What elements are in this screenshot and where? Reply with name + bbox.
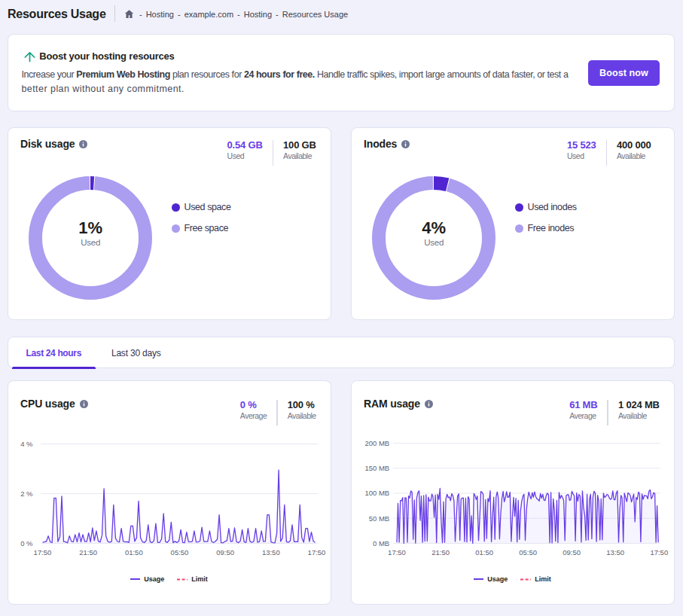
svg-text:100 MB: 100 MB [364, 489, 389, 497]
svg-text:01:50: 01:50 [475, 548, 493, 557]
svg-text:17:50: 17:50 [388, 548, 406, 557]
svg-text:50 MB: 50 MB [368, 514, 389, 523]
svg-text:13:50: 13:50 [606, 548, 624, 557]
svg-text:09:50: 09:50 [216, 548, 234, 557]
svg-text:0 %: 0 % [20, 539, 33, 547]
svg-text:150 MB: 150 MB [364, 464, 389, 472]
svg-text:0 MB: 0 MB [373, 539, 389, 547]
svg-text:13:50: 13:50 [261, 548, 279, 557]
svg-text:05:50: 05:50 [170, 548, 188, 557]
svg-text:09:50: 09:50 [563, 548, 581, 557]
svg-text:17:50: 17:50 [650, 548, 668, 557]
svg-text:200 MB: 200 MB [364, 439, 389, 447]
svg-text:17:50: 17:50 [307, 548, 325, 557]
svg-text:05:50: 05:50 [519, 548, 537, 557]
svg-text:2 %: 2 % [20, 489, 33, 498]
svg-text:21:50: 21:50 [431, 548, 450, 557]
svg-text:01:50: 01:50 [124, 548, 142, 557]
svg-text:21:50: 21:50 [79, 548, 97, 557]
svg-text:4 %: 4 % [20, 440, 33, 448]
svg-text:17:50: 17:50 [33, 548, 51, 557]
